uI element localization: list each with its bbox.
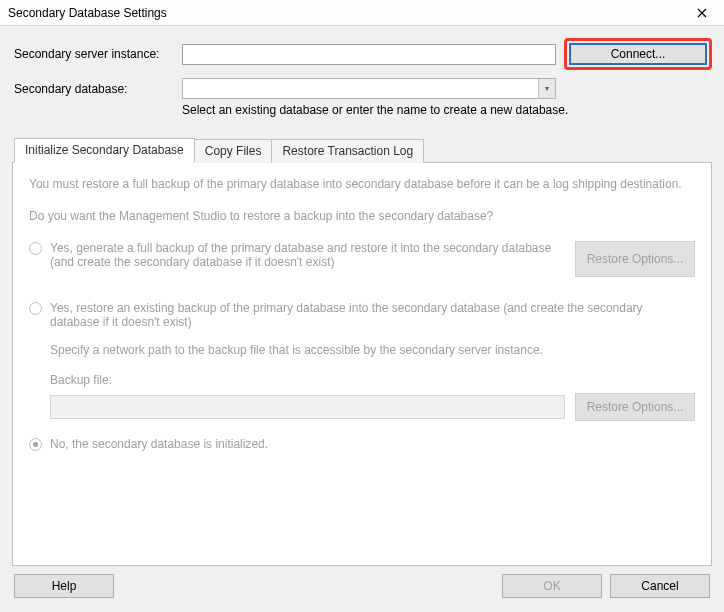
backup-file-row: Restore Options... (50, 393, 695, 421)
tab-initialize[interactable]: Initialize Secondary Database (14, 138, 195, 163)
radio-option-1[interactable] (29, 242, 42, 255)
connect-highlight: Connect... (564, 38, 712, 70)
cancel-button[interactable]: Cancel (610, 574, 710, 598)
dialog-window: Secondary Database Settings Secondary se… (0, 0, 724, 612)
secondary-database-combo[interactable]: ▾ (182, 78, 556, 99)
tab-host: Initialize Secondary Database Copy Files… (12, 137, 712, 566)
secondary-database-input[interactable] (182, 78, 556, 99)
option-1-group: Yes, generate a full backup of the prima… (29, 241, 695, 283)
panel-question: Do you want the Management Studio to res… (29, 209, 695, 223)
option-3-label: No, the secondary database is initialize… (50, 437, 695, 451)
option-1-label: Yes, generate a full backup of the prima… (50, 241, 561, 269)
server-instance-input[interactable] (182, 44, 556, 65)
connect-button[interactable]: Connect... (569, 43, 707, 65)
titlebar: Secondary Database Settings (0, 0, 724, 26)
content-area: Secondary server instance: Connect... Se… (0, 26, 724, 612)
row-server-instance: Secondary server instance: Connect... (12, 38, 712, 70)
close-icon (697, 8, 707, 18)
option-2-label: Yes, restore an existing backup of the p… (50, 301, 695, 329)
label-server-instance: Secondary server instance: (12, 47, 182, 61)
close-button[interactable] (684, 0, 720, 25)
option-2-row: Yes, restore an existing backup of the p… (29, 301, 695, 329)
radio-option-2[interactable] (29, 302, 42, 315)
restore-options-button-1[interactable]: Restore Options... (575, 241, 695, 277)
option-3-row: No, the secondary database is initialize… (29, 437, 695, 451)
option-1-row: Yes, generate a full backup of the prima… (29, 241, 561, 269)
chevron-down-icon[interactable]: ▾ (538, 79, 555, 98)
label-secondary-database: Secondary database: (12, 82, 182, 96)
row-secondary-database: Secondary database: ▾ (12, 78, 712, 99)
tab-strip: Initialize Secondary Database Copy Files… (12, 137, 712, 162)
tab-panel-initialize: You must restore a full backup of the pr… (12, 162, 712, 566)
tab-restore-log[interactable]: Restore Transaction Log (271, 139, 424, 163)
tab-copy-files[interactable]: Copy Files (194, 139, 273, 163)
backup-file-input[interactable] (50, 395, 565, 419)
specify-path-text: Specify a network path to the backup fil… (50, 343, 695, 357)
backup-file-label: Backup file: (50, 373, 695, 387)
helper-text: Select an existing database or enter the… (182, 103, 712, 117)
help-button[interactable]: Help (14, 574, 114, 598)
button-bar: Help OK Cancel (12, 566, 712, 606)
window-title: Secondary Database Settings (8, 6, 684, 20)
ok-button[interactable]: OK (502, 574, 602, 598)
restore-options-button-2[interactable]: Restore Options... (575, 393, 695, 421)
panel-intro: You must restore a full backup of the pr… (29, 177, 695, 191)
radio-option-3[interactable] (29, 438, 42, 451)
